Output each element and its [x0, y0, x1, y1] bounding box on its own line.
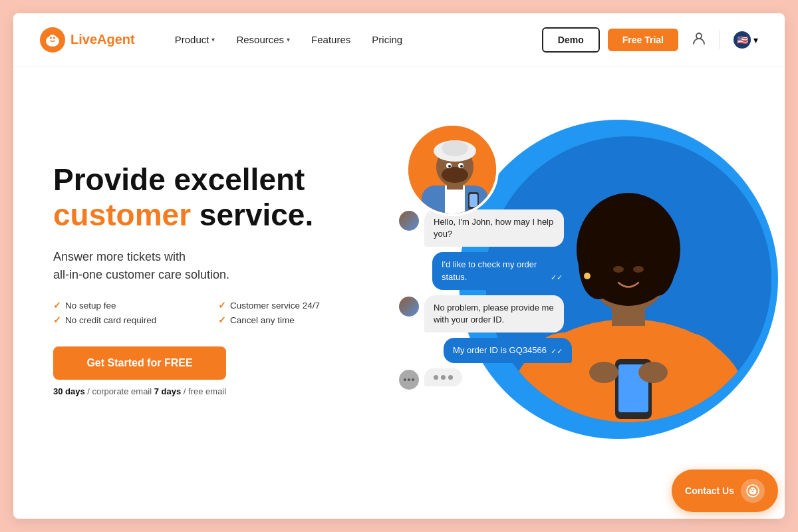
read-receipt-2: ✓✓ — [551, 346, 563, 356]
chat-message-3: No problem, please provide me with your … — [399, 295, 572, 332]
contact-icon — [741, 479, 765, 503]
hero-headline: Provide excellent customer service. — [53, 162, 372, 233]
chat-bubble-sent-2: My order ID is GQ34566 ✓✓ — [444, 338, 572, 363]
svg-point-40 — [753, 489, 755, 490]
chevron-down-icon: ▾ — [753, 35, 758, 45]
nav-features[interactable]: Features — [311, 34, 350, 45]
agent-avatar-3 — [399, 370, 419, 390]
navbar: LiveAgent Product ▾ Resources ▾ Features… — [13, 13, 785, 66]
svg-point-38 — [751, 487, 755, 492]
chat-bubble-received-2: No problem, please provide me with your … — [424, 295, 564, 332]
svg-point-28 — [442, 140, 468, 156]
nav-divider — [720, 31, 720, 49]
chat-typing-row — [399, 368, 572, 390]
svg-point-15 — [613, 266, 624, 273]
hero-illustration: Hello, I'm John, how may I help you? I'd… — [372, 106, 758, 452]
nav-actions: Demo Free Trial 🇺🇸 ▾ — [542, 27, 758, 53]
nav-pricing[interactable]: Pricing — [372, 34, 402, 45]
hero-subtext: Answer more tickets with all-in-one cust… — [53, 248, 372, 284]
logo[interactable]: LiveAgent — [40, 27, 135, 53]
check-cancel: ✓ Cancel any time — [218, 315, 372, 325]
svg-point-13 — [579, 226, 618, 299]
contact-us-button[interactable]: Contact Us — [672, 469, 778, 512]
contact-us-label: Contact Us — [685, 485, 734, 496]
typing-dot-3 — [448, 375, 453, 380]
svg-point-3 — [50, 37, 52, 39]
chevron-down-icon: ▾ — [211, 36, 215, 43]
svg-point-16 — [633, 266, 644, 273]
demo-button[interactable]: Demo — [542, 27, 600, 53]
svg-point-39 — [751, 489, 753, 490]
read-receipt: ✓✓ — [551, 273, 563, 283]
svg-point-5 — [696, 33, 702, 39]
chevron-down-icon: ▾ — [287, 36, 290, 43]
chat-message-4: My order ID is GQ34566 ✓✓ — [399, 338, 572, 363]
typing-dot-1 — [434, 375, 438, 380]
logo-icon — [40, 27, 65, 53]
trial-note: 30 days / corporate email 7 days / free … — [53, 386, 372, 396]
language-selector[interactable]: 🇺🇸 ▾ — [733, 31, 758, 49]
nav-resources[interactable]: Resources ▾ — [236, 34, 290, 45]
main-container: LiveAgent Product ▾ Resources ▾ Features… — [13, 13, 785, 519]
hero-section: Provide excellent customer service. Answ… — [13, 66, 785, 479]
svg-point-33 — [460, 165, 463, 168]
hero-checks: ✓ No setup fee ✓ Customer service 24/7 ✓… — [53, 300, 372, 325]
get-started-button[interactable]: Get Started for FREE — [53, 346, 226, 380]
check-no-credit: ✓ No credit card required — [53, 315, 207, 325]
flag-icon: 🇺🇸 — [733, 31, 751, 49]
svg-point-20 — [589, 362, 618, 383]
svg-rect-24 — [445, 186, 465, 216]
svg-rect-35 — [469, 194, 477, 207]
nav-product[interactable]: Product ▾ — [175, 34, 215, 45]
svg-point-32 — [448, 165, 451, 168]
svg-point-14 — [638, 229, 676, 296]
chat-bubble-sent-1: I'd like to check my order status. ✓✓ — [432, 252, 572, 289]
logo-text: LiveAgent — [70, 32, 135, 47]
check-no-setup: ✓ No setup fee — [53, 300, 207, 311]
svg-point-4 — [53, 37, 55, 39]
hero-content: Provide excellent customer service. Answ… — [53, 162, 372, 397]
agent-avatar-2 — [399, 297, 419, 317]
check-customer-service: ✓ Customer service 24/7 — [218, 300, 372, 311]
free-trial-button[interactable]: Free Trial — [608, 29, 678, 51]
svg-point-29 — [442, 167, 468, 183]
svg-point-21 — [638, 362, 668, 383]
svg-point-17 — [584, 273, 591, 279]
typing-indicator — [424, 368, 462, 386]
chat-area: Hello, I'm John, how may I help you? I'd… — [399, 209, 572, 390]
chat-message-1: Hello, I'm John, how may I help you? — [399, 209, 572, 247]
agent-avatar — [399, 211, 419, 231]
man-avatar-circle — [406, 123, 499, 216]
chat-message-2: I'd like to check my order status. ✓✓ — [399, 252, 572, 289]
typing-dot-2 — [441, 375, 446, 380]
user-icon[interactable] — [692, 31, 706, 49]
nav-links: Product ▾ Resources ▾ Features Pricing — [175, 34, 542, 45]
